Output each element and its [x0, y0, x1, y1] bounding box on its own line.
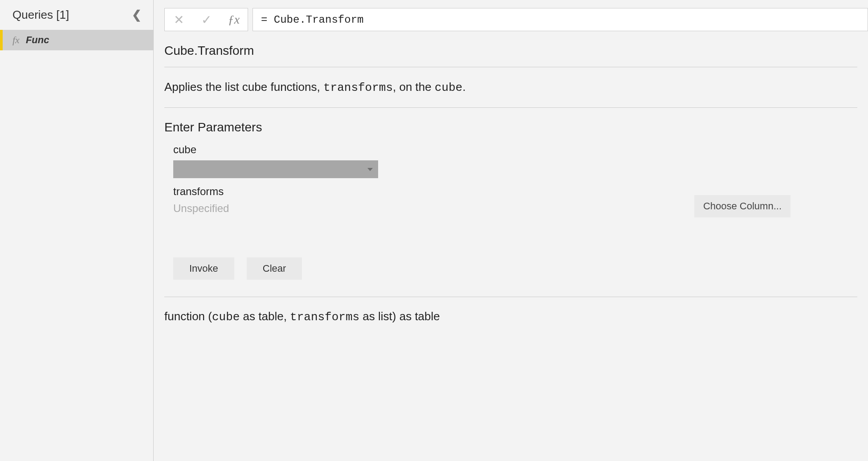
function-signature: function (cube as table, transforms as l… [164, 297, 857, 336]
desc-code-transforms: transforms [323, 81, 393, 94]
invoke-button[interactable]: Invoke [173, 257, 234, 280]
sig-code-cube: cube [212, 310, 240, 324]
sig-code-transforms: transforms [290, 310, 359, 324]
queries-sidebar: Queries [1] ❮ fx Func [0, 0, 154, 461]
formula-bar: ✕ ✓ ƒx [154, 0, 868, 31]
query-item-label: Func [26, 34, 49, 46]
fx-icon: fx [12, 34, 20, 46]
desc-text: Applies the list cube functions, [164, 80, 323, 94]
desc-text: . [462, 80, 465, 94]
desc-text: , on the [393, 80, 435, 94]
main-panel: ✕ ✓ ƒx Cube.Transform Applies the list c… [154, 0, 868, 461]
parameters-section: cube transforms Unspecified Choose Colum… [164, 143, 857, 217]
function-title: Cube.Transform [164, 44, 857, 67]
action-buttons: Invoke Clear [173, 257, 857, 280]
formula-input[interactable] [253, 8, 868, 31]
formula-actions: ✕ ✓ ƒx [164, 8, 248, 31]
commit-icon[interactable]: ✓ [192, 8, 220, 31]
param-cube-label: cube [173, 143, 857, 156]
function-description: Applies the list cube functions, transfo… [164, 67, 857, 107]
sidebar-header: Queries [1] ❮ [0, 0, 153, 30]
sig-text: as table, [240, 310, 290, 323]
param-transforms-value: Unspecified [173, 202, 229, 215]
sig-text: function ( [164, 310, 212, 323]
sidebar-title: Queries [1] [12, 8, 69, 22]
clear-button[interactable]: Clear [247, 257, 302, 280]
query-item-func[interactable]: fx Func [0, 30, 153, 50]
cancel-icon[interactable]: ✕ [165, 8, 192, 31]
choose-column-button[interactable]: Choose Column... [694, 195, 791, 217]
collapse-icon[interactable]: ❮ [129, 8, 144, 22]
desc-code-cube: cube [435, 81, 462, 94]
param-transforms-label: transforms [173, 185, 229, 198]
fx-button-icon[interactable]: ƒx [220, 8, 248, 31]
enter-parameters-title: Enter Parameters [164, 108, 857, 143]
param-cube-dropdown[interactable] [173, 160, 378, 178]
chevron-down-icon [367, 168, 373, 171]
param-transforms-row: transforms Unspecified Choose Column... [173, 185, 857, 217]
function-doc: Cube.Transform Applies the list cube fun… [154, 31, 868, 461]
sig-text: as list) as table [359, 310, 440, 323]
